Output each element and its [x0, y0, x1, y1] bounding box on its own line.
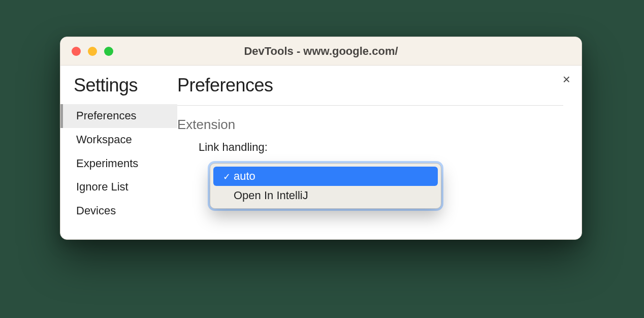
- titlebar: DevTools - www.google.com/: [60, 37, 582, 66]
- sidebar-heading: Settings: [60, 73, 177, 104]
- devtools-window: DevTools - www.google.com/ × Settings Pr…: [60, 37, 582, 240]
- dropdown-option-auto[interactable]: ✓ auto: [213, 167, 438, 186]
- window-title: DevTools - www.google.com/: [60, 45, 582, 58]
- sidebar-item-experiments[interactable]: Experiments: [60, 152, 177, 176]
- settings-sidebar: Settings Preferences Workspace Experimen…: [60, 66, 177, 239]
- sidebar-item-label: Devices: [76, 204, 116, 217]
- sidebar-item-label: Preferences: [76, 109, 137, 122]
- section-heading: Extension: [177, 117, 563, 133]
- zoom-window-icon[interactable]: [104, 47, 113, 56]
- panel-title: Preferences: [177, 73, 563, 106]
- minimize-window-icon[interactable]: [88, 47, 97, 56]
- preferences-panel: Preferences Extension Link handling: ✓ a…: [177, 66, 582, 239]
- dropdown-option-open-in-intellij[interactable]: Open In IntelliJ: [213, 186, 438, 205]
- sidebar-item-devices[interactable]: Devices: [60, 199, 177, 223]
- sidebar-item-workspace[interactable]: Workspace: [60, 128, 177, 152]
- sidebar-item-label: Workspace: [76, 133, 132, 146]
- dropdown-option-label: auto: [234, 170, 255, 183]
- dropdown-option-label: Open In IntelliJ: [234, 189, 308, 202]
- sidebar-item-label: Ignore List: [76, 180, 128, 193]
- link-handling-label: Link handling:: [199, 141, 563, 154]
- close-window-icon[interactable]: [72, 47, 81, 56]
- check-icon: ✓: [219, 170, 234, 183]
- sidebar-item-ignore-list[interactable]: Ignore List: [60, 175, 177, 199]
- link-handling-dropdown[interactable]: ✓ auto Open In IntelliJ: [210, 163, 441, 209]
- sidebar-item-preferences[interactable]: Preferences: [60, 104, 177, 128]
- sidebar-item-label: Experiments: [76, 157, 138, 170]
- traffic-lights: [60, 47, 113, 56]
- content-area: × Settings Preferences Workspace Experim…: [60, 66, 582, 239]
